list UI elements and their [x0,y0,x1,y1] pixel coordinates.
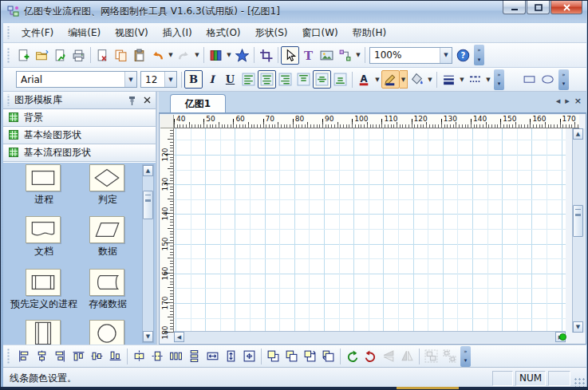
crop-icon[interactable] [257,46,275,65]
italic-icon[interactable]: I [203,70,221,89]
ungroup-icon[interactable] [440,347,459,365]
line-weight-dropdown-icon[interactable]: ▼ [458,77,466,83]
fill-color-dropdown-icon[interactable]: ▼ [426,77,434,83]
open-icon[interactable] [33,46,51,65]
image-tool-icon[interactable] [318,46,336,65]
rotate-left-icon[interactable] [343,347,361,365]
shape-group-0[interactable]: 背景 [3,109,156,127]
gallery-scroll-thumb[interactable] [143,191,153,219]
panel-grip[interactable] [6,94,10,106]
flip-horizontal-icon[interactable] [398,347,416,365]
same-width-icon[interactable] [203,347,222,365]
toolbar-overflow-icon[interactable]: »▾ [460,346,471,367]
align-center-icon[interactable] [258,70,276,89]
minimize-button[interactable] [503,1,526,14]
pin-icon[interactable] [125,94,138,107]
center-horizontal-icon[interactable] [130,347,148,365]
align-top-icon[interactable] [294,70,313,89]
new-icon[interactable] [14,46,33,65]
toolbar-grip[interactable] [6,349,10,364]
menu-item-2[interactable]: 视图(V) [108,24,156,42]
align-right-icon[interactable] [276,70,294,89]
next-tab-icon[interactable]: ▸ [565,96,570,106]
shape-tile-predefined-process[interactable] [26,269,61,296]
menu-item-4[interactable]: 格式(O) [199,24,248,42]
paste-icon[interactable] [130,46,148,65]
shape-group-1[interactable]: 基本绘图形状 [3,127,156,144]
send-to-back-icon[interactable] [282,347,301,365]
menu-item-6[interactable]: 窗口(W) [295,24,345,42]
shape-align-center-icon[interactable] [33,347,51,365]
titlebar[interactable]: 亿图专业流程图、网络图制作工具 V1.6.3(试用版) - [亿图1] [1,1,587,22]
shape-tile-process[interactable] [26,164,61,191]
shape-tile-decision[interactable] [89,164,124,191]
font-color-dropdown-icon[interactable]: ▼ [373,77,381,83]
drawing-canvas[interactable] [174,128,566,333]
center-vertical-icon[interactable] [148,347,167,365]
print-icon[interactable] [69,46,88,65]
toolbar-overflow-icon[interactable]: »▾ [474,45,484,65]
scroll-up-icon[interactable]: ▲ [143,165,153,176]
shape-tile-circle[interactable] [89,320,124,345]
help-icon[interactable]: ? [454,46,472,65]
align-middle-icon[interactable] [313,70,331,89]
scroll-down-icon[interactable]: ▼ [143,331,153,342]
bold-icon[interactable]: B [184,70,203,89]
menu-item-5[interactable]: 形状(S) [248,24,295,42]
same-height-icon[interactable] [222,347,240,365]
connector-tool-icon[interactable] [336,46,354,65]
align-bottom-icon[interactable] [331,70,349,89]
line-dash-dropdown-icon[interactable]: ▼ [484,77,492,83]
line-dash-icon[interactable] [466,70,484,89]
rotate-right-icon[interactable] [361,347,380,365]
theme-colors-dropdown-icon[interactable]: ▼ [225,52,233,58]
cut-icon[interactable] [93,46,112,65]
font-color-icon[interactable]: A [355,70,373,89]
underline-icon[interactable]: U [221,70,239,89]
copy-icon[interactable] [112,46,130,65]
gallery-scrollbar[interactable]: ▲ ▼ [142,164,154,343]
chevron-down-icon[interactable]: ▼ [124,72,136,87]
shape-tile-stored-data[interactable] [89,269,124,296]
space-horizontal-icon[interactable] [167,347,185,365]
document-tab[interactable]: 亿图1 [170,94,226,112]
vertical-scrollbar[interactable]: ▲ ▼ [572,128,585,333]
menu-item-0[interactable]: 文件(F) [14,24,61,42]
scroll-left-icon[interactable]: ◀ [174,332,184,342]
text-tool-icon[interactable]: T [299,46,318,65]
close-button[interactable] [551,1,582,14]
theme-colors-icon[interactable] [207,46,225,65]
maximize-button[interactable] [527,1,550,14]
font-size-combo[interactable]: 12▼ [140,71,177,88]
group-icon[interactable] [422,347,440,365]
chevron-down-icon[interactable]: ▼ [440,48,452,63]
chevron-down-icon[interactable]: ▼ [164,72,176,87]
scroll-down-icon[interactable]: ▼ [573,321,583,333]
ellipse-tool-icon[interactable] [539,70,557,89]
flip-vertical-icon[interactable] [380,347,398,365]
scroll-up-icon[interactable]: ▲ [573,128,583,140]
line-color-dropdown-icon[interactable]: ▼ [400,70,408,89]
toolbar-overflow-icon[interactable]: »▾ [494,69,504,90]
shape-align-left-icon[interactable] [14,347,33,365]
save-icon[interactable] [51,46,69,65]
effects-star-icon[interactable] [233,46,251,65]
undo-icon[interactable] [148,46,167,65]
shape-group-2[interactable]: 基本流程图形状 [3,144,156,162]
bring-forward-icon[interactable] [301,347,319,365]
shape-align-middle-icon[interactable] [88,347,106,365]
line-weight-icon[interactable] [440,70,458,89]
toolbar-overflow-icon[interactable]: »▾ [558,69,569,90]
bring-to-front-icon[interactable] [264,347,282,365]
toolbar-grip[interactable] [6,26,10,40]
undo-dropdown-icon[interactable]: ▼ [167,52,175,58]
fill-color-icon[interactable] [408,70,426,89]
menu-item-3[interactable]: 插入(I) [156,24,199,42]
pointer-tool-icon[interactable] [281,46,299,65]
send-backward-icon[interactable] [319,347,337,365]
toolbar-grip[interactable] [6,47,10,64]
shape-align-top-icon[interactable] [69,347,88,365]
align-left-icon[interactable] [239,70,258,89]
line-color-icon[interactable] [381,70,400,89]
shape-align-bottom-icon[interactable] [106,347,124,365]
